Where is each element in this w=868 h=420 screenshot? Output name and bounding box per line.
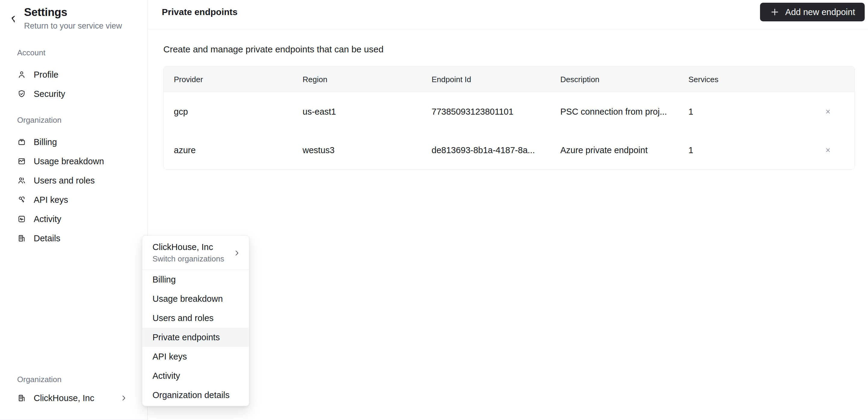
column-header-services: Services [688, 75, 779, 84]
current-org-name: ClickHouse, Inc [34, 393, 94, 403]
org-context-menu: ClickHouse, Inc Switch organizations Bil… [142, 235, 249, 406]
column-header-region: Region [303, 75, 432, 84]
sidebar-item-security[interactable]: Security [0, 84, 147, 103]
chevron-right-icon [233, 249, 241, 257]
page-header: Private endpoints Add new endpoint [148, 0, 868, 29]
cell-services: 1 [688, 107, 779, 117]
page-title: Private endpoints [162, 7, 238, 17]
activity-icon [17, 214, 26, 223]
sidebar-footer: Organization ClickHouse, Inc [0, 375, 147, 408]
remove-endpoint-button[interactable] [823, 106, 833, 117]
menu-item-billing[interactable]: Billing [142, 270, 249, 289]
cell-endpoint-id: de813693-8b1a-4187-8a... [432, 145, 560, 155]
settings-sidebar: Settings Return to your service view Acc… [0, 0, 148, 420]
wallet-icon [17, 138, 26, 147]
column-header-description: Description [560, 75, 688, 84]
menu-item-private-endpoints[interactable]: Private endpoints [142, 328, 249, 347]
sidebar-org-switcher[interactable]: ClickHouse, Inc [0, 388, 147, 408]
cell-provider: gcp [174, 107, 303, 117]
users-icon [17, 176, 26, 185]
section-label-account: Account [17, 48, 147, 57]
sidebar-item-label: Billing [34, 137, 57, 147]
sidebar-title: Settings [24, 6, 142, 19]
menu-org-action: Switch organizations [153, 254, 224, 264]
main-content: Create and manage private endpoints that… [148, 29, 868, 420]
cell-region: us-east1 [303, 107, 432, 117]
table-header-row: Provider Region Endpoint Id Description … [164, 66, 855, 92]
close-icon [825, 108, 831, 115]
user-icon [17, 70, 26, 79]
sidebar-item-activity[interactable]: Activity [0, 209, 147, 229]
menu-item-label: Organization details [153, 390, 229, 400]
menu-item-api-keys[interactable]: API keys [142, 347, 249, 366]
menu-item-label: Private endpoints [153, 332, 220, 342]
building-icon [17, 234, 26, 243]
shield-check-icon [17, 89, 26, 98]
sidebar-item-label: Users and roles [34, 176, 95, 186]
sidebar-item-label: Details [34, 234, 60, 243]
menu-item-users-and-roles[interactable]: Users and roles [142, 308, 249, 328]
menu-item-label: API keys [153, 352, 187, 362]
add-button-label: Add new endpoint [785, 7, 855, 17]
account-nav: Profile Security [0, 65, 147, 103]
plus-icon [770, 7, 780, 17]
menu-item-usage-breakdown[interactable]: Usage breakdown [142, 289, 249, 308]
menu-item-organization-details[interactable]: Organization details [142, 385, 249, 404]
sidebar-subtitle: Return to your service view [24, 21, 142, 31]
close-icon [825, 147, 831, 153]
sidebar-item-label: Usage breakdown [34, 156, 104, 167]
sidebar-item-label: Activity [34, 214, 61, 224]
section-label-organization: Organization [17, 116, 147, 125]
cell-description: PSC connection from proj... [560, 107, 688, 117]
add-new-endpoint-button[interactable]: Add new endpoint [760, 3, 865, 21]
sidebar-item-api-keys[interactable]: API keys [0, 190, 147, 209]
cell-description: Azure private endpoint [560, 145, 688, 155]
organization-nav: Billing Usage breakdown Users and roles … [0, 132, 147, 248]
sidebar-item-label: Profile [34, 70, 58, 80]
chart-image-icon [17, 157, 26, 166]
cell-services: 1 [688, 145, 779, 155]
menu-item-label: Activity [153, 371, 180, 381]
menu-org-switcher[interactable]: ClickHouse, Inc Switch organizations [142, 236, 249, 270]
sidebar-item-profile[interactable]: Profile [0, 65, 147, 84]
sidebar-item-label: API keys [34, 195, 68, 205]
building-icon [17, 393, 26, 402]
sidebar-item-details[interactable]: Details [0, 229, 147, 248]
cell-provider: azure [174, 145, 303, 155]
menu-item-activity[interactable]: Activity [142, 366, 249, 385]
cell-region: westus3 [303, 145, 432, 155]
menu-item-label: Usage breakdown [153, 294, 223, 304]
sidebar-item-billing[interactable]: Billing [0, 132, 147, 152]
column-header-endpoint-id: Endpoint Id [432, 75, 560, 84]
footer-section-label: Organization [17, 375, 147, 384]
keys-icon [17, 195, 26, 204]
remove-endpoint-button[interactable] [823, 145, 833, 155]
menu-org-info: ClickHouse, Inc Switch organizations [153, 242, 224, 264]
back-button[interactable] [9, 13, 20, 24]
menu-org-name: ClickHouse, Inc [153, 242, 224, 252]
cell-endpoint-id: 77385093123801101 [432, 107, 560, 117]
table-row: gcp us-east1 77385093123801101 PSC conne… [164, 92, 855, 131]
menu-item-label: Users and roles [153, 313, 214, 323]
menu-item-label: Billing [153, 275, 176, 284]
column-header-provider: Provider [174, 75, 303, 84]
sidebar-item-usage-breakdown[interactable]: Usage breakdown [0, 152, 147, 171]
sidebar-item-label: Security [34, 89, 65, 99]
page-description: Create and manage private endpoints that… [163, 44, 383, 55]
chevron-right-icon [120, 394, 127, 402]
private-endpoints-table: Provider Region Endpoint Id Description … [163, 66, 855, 170]
table-row: azure westus3 de813693-8b1a-4187-8a... A… [164, 131, 855, 170]
chevron-left-icon [9, 14, 20, 23]
sidebar-item-users-and-roles[interactable]: Users and roles [0, 171, 147, 190]
